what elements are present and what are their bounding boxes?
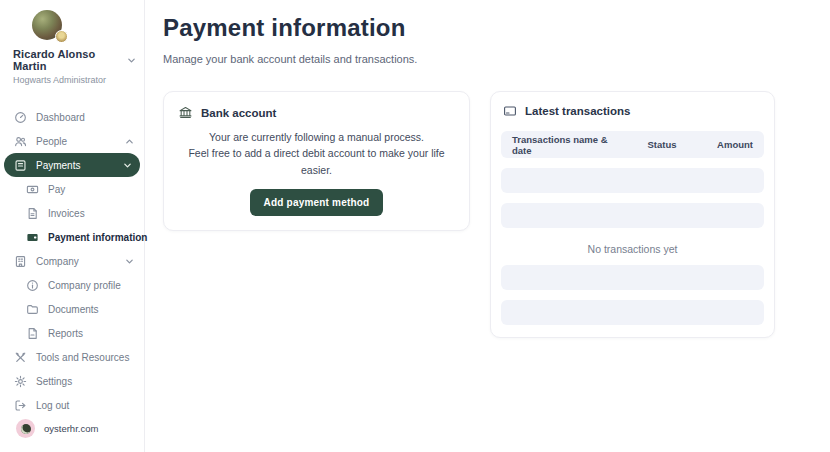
sidebar-item-company[interactable]: Company <box>0 249 144 273</box>
chevron-down-icon <box>127 56 136 65</box>
sidebar-item-label: People <box>36 136 67 147</box>
sidebar-item-payments[interactable]: Payments <box>4 153 140 177</box>
sidebar-item-people[interactable]: People <box>0 129 144 153</box>
sidebar-item-invoices[interactable]: Invoices <box>0 201 144 225</box>
dashboard-icon <box>14 111 27 124</box>
sidebar-item-settings[interactable]: Settings <box>0 369 144 393</box>
sidebar-item-tools-and-resources[interactable]: Tools and Resources <box>0 345 144 369</box>
gear-icon <box>14 375 27 388</box>
crest-badge-icon <box>55 30 68 43</box>
sidebar-item-dashboard[interactable]: Dashboard <box>0 105 144 129</box>
sidebar-item-pay[interactable]: Pay <box>0 177 144 201</box>
transaction-placeholder-row <box>501 203 764 228</box>
sidebar-item-payment-information[interactable]: Payment information <box>0 225 144 249</box>
sidebar-item-label: Company <box>36 256 79 267</box>
sidebar-item-label: Payment information <box>48 232 147 243</box>
chevron-down-icon <box>123 161 132 170</box>
transaction-placeholder-row <box>501 300 764 325</box>
tools-icon <box>14 351 27 364</box>
sidebar-item-label: Tools and Resources <box>36 352 129 363</box>
transactions-icon <box>503 104 517 118</box>
invoices-icon <box>26 207 39 220</box>
sidebar-item-label: Reports <box>48 328 83 339</box>
sidebar-item-documents[interactable]: Documents <box>0 297 144 321</box>
transactions-card-title: Latest transactions <box>525 105 630 117</box>
pay-icon <box>26 183 39 196</box>
app-root: Ricardo Alonso Martin Hogwarts Administr… <box>0 0 830 452</box>
bank-account-card: Bank account Your are currently followin… <box>163 91 470 231</box>
chevron-down-icon <box>125 257 134 266</box>
sidebar-item-label: Log out <box>36 400 69 411</box>
sidebar-nav: Dashboard People Payments <box>0 105 144 417</box>
latest-transactions-card: Latest transactions Transactions name & … <box>490 91 775 338</box>
column-header-status: Status <box>623 139 701 150</box>
company-icon <box>14 255 27 268</box>
user-role: Hogwarts Administrator <box>13 75 136 85</box>
user-name: Ricardo Alonso Martin <box>13 48 121 72</box>
main-content: Payment information Manage your bank acc… <box>145 0 830 452</box>
transaction-placeholder-row <box>501 168 764 193</box>
info-icon <box>26 279 39 292</box>
sidebar-item-reports[interactable]: Reports <box>0 321 144 345</box>
column-header-amount: Amount <box>701 139 753 150</box>
sidebar-item-label: Company profile <box>48 280 121 291</box>
add-payment-method-button[interactable]: Add payment method <box>250 189 384 216</box>
bank-card-line1: Your are currently following a manual pr… <box>178 129 455 145</box>
user-profile-menu[interactable]: Ricardo Alonso Martin Hogwarts Administr… <box>0 10 144 85</box>
sidebar-item-label: Documents <box>48 304 99 315</box>
payments-icon <box>14 159 27 172</box>
chevron-up-icon <box>125 137 134 146</box>
sidebar-item-label: Invoices <box>48 208 85 219</box>
wallet-icon <box>26 231 39 244</box>
transactions-table-header: Transactions name & date Status Amount <box>501 131 764 158</box>
oyster-logo-icon <box>16 419 35 438</box>
bank-card-title: Bank account <box>201 107 276 119</box>
empty-state-text: No transactions yet <box>501 243 764 255</box>
brand-footer[interactable]: oysterhr.com <box>0 419 144 452</box>
sidebar-item-log-out[interactable]: Log out <box>0 393 144 417</box>
sidebar-item-label: Dashboard <box>36 112 85 123</box>
people-icon <box>14 135 27 148</box>
sidebar: Ricardo Alonso Martin Hogwarts Administr… <box>0 0 145 452</box>
transaction-placeholder-row <box>501 265 764 290</box>
folder-icon <box>26 303 39 316</box>
sidebar-item-company-profile[interactable]: Company profile <box>0 273 144 297</box>
sidebar-item-label: Settings <box>36 376 72 387</box>
sidebar-item-label: Payments <box>36 160 80 171</box>
bank-card-line2: Feel free to add a direct debit account … <box>178 145 455 178</box>
page-subtitle: Manage your bank account details and tra… <box>163 53 830 65</box>
sidebar-item-label: Pay <box>48 184 65 195</box>
logout-icon <box>14 399 27 412</box>
report-icon <box>26 327 39 340</box>
column-header-name-date: Transactions name & date <box>512 134 623 156</box>
page-title: Payment information <box>163 14 830 42</box>
brand-label: oysterhr.com <box>44 423 98 434</box>
bank-icon <box>178 105 193 120</box>
